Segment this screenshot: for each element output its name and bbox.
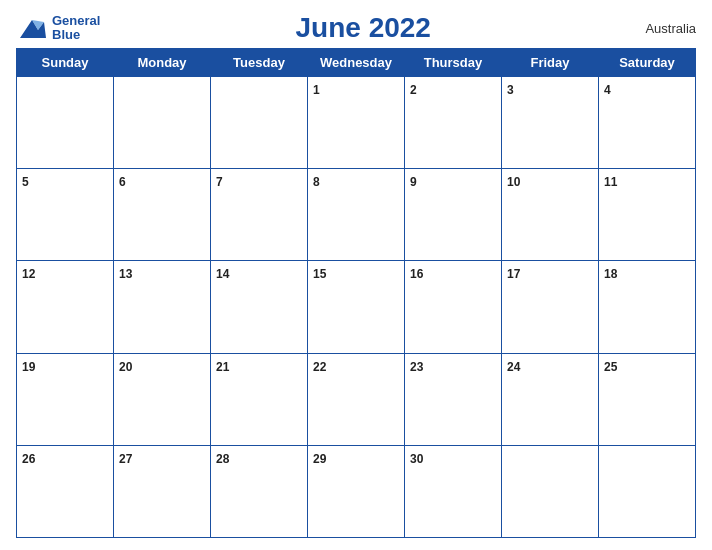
col-thursday: Thursday	[405, 49, 502, 77]
logo: General Blue	[16, 12, 100, 44]
day-number: 2	[410, 83, 417, 97]
table-row	[502, 445, 599, 537]
calendar-title: June 2022	[296, 12, 431, 43]
table-row: 23	[405, 353, 502, 445]
table-row	[17, 77, 114, 169]
day-number: 11	[604, 175, 617, 189]
day-number: 28	[216, 452, 229, 466]
day-number: 23	[410, 360, 423, 374]
day-number: 8	[313, 175, 320, 189]
day-number: 17	[507, 267, 520, 281]
day-number: 24	[507, 360, 520, 374]
table-row: 20	[114, 353, 211, 445]
days-header-row: Sunday Monday Tuesday Wednesday Thursday…	[17, 49, 696, 77]
table-row: 2	[405, 77, 502, 169]
calendar-week-row: 2627282930	[17, 445, 696, 537]
table-row: 11	[599, 169, 696, 261]
day-number: 20	[119, 360, 132, 374]
col-wednesday: Wednesday	[308, 49, 405, 77]
day-number: 9	[410, 175, 417, 189]
table-row: 5	[17, 169, 114, 261]
table-row: 15	[308, 261, 405, 353]
calendar-week-row: 567891011	[17, 169, 696, 261]
day-number: 5	[22, 175, 29, 189]
table-row: 1	[308, 77, 405, 169]
day-number: 1	[313, 83, 320, 97]
day-number: 7	[216, 175, 223, 189]
table-row: 17	[502, 261, 599, 353]
table-row: 18	[599, 261, 696, 353]
day-number: 6	[119, 175, 126, 189]
table-row: 12	[17, 261, 114, 353]
day-number: 30	[410, 452, 423, 466]
col-sunday: Sunday	[17, 49, 114, 77]
table-row: 14	[211, 261, 308, 353]
table-row: 24	[502, 353, 599, 445]
table-row: 19	[17, 353, 114, 445]
table-row: 3	[502, 77, 599, 169]
table-row: 22	[308, 353, 405, 445]
table-row: 4	[599, 77, 696, 169]
table-row: 16	[405, 261, 502, 353]
table-row: 21	[211, 353, 308, 445]
table-row: 8	[308, 169, 405, 261]
table-row: 13	[114, 261, 211, 353]
day-number: 4	[604, 83, 611, 97]
table-row: 28	[211, 445, 308, 537]
calendar-week-row: 19202122232425	[17, 353, 696, 445]
table-row: 25	[599, 353, 696, 445]
table-row	[599, 445, 696, 537]
calendar-body: 1234567891011121314151617181920212223242…	[17, 77, 696, 538]
day-number: 19	[22, 360, 35, 374]
day-number: 12	[22, 267, 35, 281]
table-row: 7	[211, 169, 308, 261]
col-tuesday: Tuesday	[211, 49, 308, 77]
day-number: 21	[216, 360, 229, 374]
country-label: Australia	[626, 21, 696, 36]
day-number: 3	[507, 83, 514, 97]
day-number: 29	[313, 452, 326, 466]
table-row: 29	[308, 445, 405, 537]
day-number: 15	[313, 267, 326, 281]
calendar-title-area: June 2022	[100, 12, 626, 44]
table-row: 26	[17, 445, 114, 537]
calendar-week-row: 1234	[17, 77, 696, 169]
calendar-table: Sunday Monday Tuesday Wednesday Thursday…	[16, 48, 696, 538]
day-number: 25	[604, 360, 617, 374]
table-row: 27	[114, 445, 211, 537]
logo-bird-icon	[16, 12, 48, 44]
table-row: 10	[502, 169, 599, 261]
table-row: 9	[405, 169, 502, 261]
col-saturday: Saturday	[599, 49, 696, 77]
table-row: 6	[114, 169, 211, 261]
day-number: 13	[119, 267, 132, 281]
day-number: 16	[410, 267, 423, 281]
calendar-week-row: 12131415161718	[17, 261, 696, 353]
col-monday: Monday	[114, 49, 211, 77]
day-number: 27	[119, 452, 132, 466]
day-number: 18	[604, 267, 617, 281]
day-number: 26	[22, 452, 35, 466]
table-row	[211, 77, 308, 169]
day-number: 10	[507, 175, 520, 189]
calendar-header: General Blue June 2022 Australia	[16, 12, 696, 44]
table-row	[114, 77, 211, 169]
col-friday: Friday	[502, 49, 599, 77]
logo-text: General Blue	[52, 14, 100, 43]
day-number: 22	[313, 360, 326, 374]
table-row: 30	[405, 445, 502, 537]
day-number: 14	[216, 267, 229, 281]
